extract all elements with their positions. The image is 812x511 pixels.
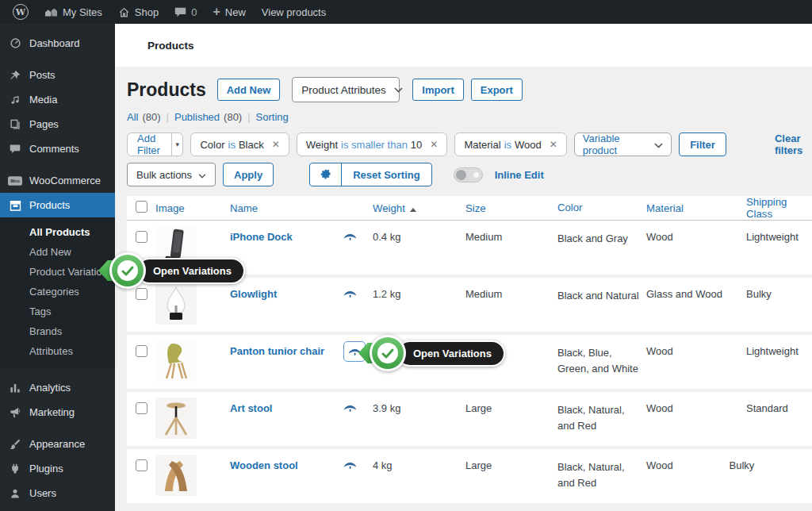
site-name-menu[interactable]: Shop xyxy=(110,0,167,24)
cell-shipping-class: Lightweight xyxy=(746,345,812,357)
chevron-down-icon xyxy=(654,139,663,151)
row-checkbox[interactable] xyxy=(136,459,147,471)
inline-edit-toggle[interactable] xyxy=(454,167,483,182)
open-variations-icon[interactable] xyxy=(343,232,357,241)
sidebar-item-media[interactable]: Media xyxy=(0,87,115,112)
bulk-actions-dropdown[interactable]: Bulk actions xyxy=(127,163,216,186)
remove-filter-icon[interactable]: ✕ xyxy=(430,139,438,150)
comments-menu[interactable]: 0 xyxy=(167,0,205,24)
dashboard-icon xyxy=(8,36,22,51)
my-sites-menu[interactable]: My Sites xyxy=(36,0,110,24)
reset-sorting-button[interactable]: Reset Sorting xyxy=(342,163,431,186)
cell-weight: 3.9 kg xyxy=(373,402,465,414)
product-name-link[interactable]: Panton tunior chair xyxy=(230,345,324,357)
cell-size: Medium xyxy=(465,288,557,300)
open-variations-button-highlighted[interactable] xyxy=(343,341,366,362)
table-row: Glowlight 1.2 kg Medium Black and Natura… xyxy=(127,278,812,335)
filter-button[interactable]: Filter xyxy=(679,133,726,156)
product-image-wooden-stool[interactable] xyxy=(155,455,197,496)
select-all-checkbox[interactable] xyxy=(136,201,147,213)
paintbrush-icon xyxy=(8,437,22,451)
new-menu[interactable]: + New xyxy=(205,0,253,24)
view-products-menu[interactable]: View products xyxy=(254,0,334,24)
column-header-size[interactable]: Size xyxy=(465,202,557,214)
sidebar-item-pages[interactable]: Pages xyxy=(0,112,115,136)
table-row: iPhone Dock 0.4 kg Medium Black and Gray… xyxy=(127,221,812,278)
column-header-name[interactable]: Name xyxy=(230,202,343,214)
product-name-link[interactable]: Glowlight xyxy=(230,288,277,300)
product-name-link[interactable]: Art stool xyxy=(230,402,272,414)
add-filter-caret[interactable]: ▼ xyxy=(171,133,183,156)
add-new-button[interactable]: Add New xyxy=(217,79,281,101)
product-name-link[interactable]: Wooden stool xyxy=(230,459,298,471)
submenu-product-variations[interactable]: Product Variations xyxy=(0,262,115,282)
row-checkbox[interactable] xyxy=(136,402,147,414)
cell-size: Medium xyxy=(465,231,557,243)
cell-weight: 1.2 kg xyxy=(373,288,465,300)
product-image-iphone-dock[interactable] xyxy=(155,226,197,267)
sidebar-item-marketing[interactable]: Marketing xyxy=(0,400,115,425)
sidebar-separator xyxy=(0,368,115,375)
row-checkbox[interactable] xyxy=(136,288,147,300)
view-sorting-link[interactable]: Sorting xyxy=(256,111,289,123)
filter-chip-color[interactable]: Color is Black ✕ xyxy=(190,133,289,156)
inline-edit-label: Inline Edit xyxy=(495,169,544,181)
sidebar-item-appearance[interactable]: Appearance xyxy=(0,432,115,456)
import-button[interactable]: Import xyxy=(412,79,463,101)
wordpress-menu[interactable]: W xyxy=(5,0,36,24)
sidebar-item-products[interactable]: Products xyxy=(0,193,115,217)
submenu-all-products[interactable]: All Products xyxy=(0,222,115,242)
apply-button[interactable]: Apply xyxy=(223,163,274,186)
toggle-knob xyxy=(456,170,466,180)
sidebar-label: Marketing xyxy=(29,406,75,418)
column-header-material[interactable]: Material xyxy=(646,202,746,214)
product-image-panton-chair[interactable] xyxy=(155,340,197,382)
open-variations-icon[interactable] xyxy=(343,403,357,413)
clear-filters-link[interactable]: Clear filters xyxy=(775,133,812,156)
sidebar-item-tools[interactable]: Tools xyxy=(0,505,115,511)
submenu-add-new[interactable]: Add New xyxy=(0,242,115,262)
column-header-shipping-class[interactable]: Shipping Class xyxy=(746,196,812,220)
product-image-art-stool[interactable] xyxy=(155,398,197,439)
plug-icon xyxy=(8,462,22,476)
column-header-weight[interactable]: Weight xyxy=(373,202,465,214)
product-attributes-dropdown[interactable]: Product Attributes xyxy=(292,77,400,102)
view-published-link[interactable]: Published xyxy=(174,111,220,123)
product-type-dropdown[interactable]: Variable product xyxy=(574,133,672,156)
column-header-image[interactable]: Image xyxy=(155,202,230,214)
submenu-categories[interactable]: Categories xyxy=(0,282,115,302)
sidebar-item-dashboard[interactable]: Dashboard xyxy=(0,31,115,56)
sidebar-item-plugins[interactable]: Plugins xyxy=(0,456,115,481)
sidebar-item-woocommerce[interactable]: Woo WooCommerce xyxy=(0,168,115,193)
row-checkbox[interactable] xyxy=(136,345,147,357)
settings-gear-button[interactable] xyxy=(310,163,342,186)
product-image-glowlight[interactable] xyxy=(155,283,197,325)
sidebar-item-users[interactable]: Users xyxy=(0,481,115,505)
submenu-brands[interactable]: Brands xyxy=(0,321,115,341)
export-button[interactable]: Export xyxy=(471,79,523,101)
sidebar-item-analytics[interactable]: Analytics xyxy=(0,375,115,400)
remove-filter-icon[interactable]: ✕ xyxy=(550,139,557,150)
sidebar-item-comments[interactable]: Comments xyxy=(0,136,115,161)
sidebar-separator xyxy=(0,56,115,63)
row-checkbox[interactable] xyxy=(136,231,147,243)
sidebar-label: Users xyxy=(29,487,56,499)
view-all-count: (80) xyxy=(142,111,160,123)
submenu-attributes[interactable]: Attributes xyxy=(0,341,115,361)
filter-chip-weight[interactable]: Weight is smaller than 10 ✕ xyxy=(297,133,448,156)
sidebar-label: Comments xyxy=(29,143,79,155)
add-filter-button[interactable]: Add Filter xyxy=(128,133,171,156)
open-variations-icon[interactable] xyxy=(343,460,357,470)
cell-material: Wood xyxy=(646,231,746,243)
column-header-color[interactable]: Color xyxy=(557,200,646,216)
sidebar-item-posts[interactable]: Posts xyxy=(0,63,115,87)
table-header-row: Image Name Weight Size Color Material Sh… xyxy=(127,196,812,221)
filter-chip-material[interactable]: Material is Wood ✕ xyxy=(454,133,566,156)
sidebar-label: WooCommerce xyxy=(29,175,101,186)
products-submenu: All Products Add New Product Variations … xyxy=(0,217,115,368)
remove-filter-icon[interactable]: ✕ xyxy=(272,139,280,150)
view-all-link[interactable]: All xyxy=(127,111,138,123)
product-name-link[interactable]: iPhone Dock xyxy=(230,231,293,243)
submenu-tags[interactable]: Tags xyxy=(0,302,115,321)
open-variations-icon[interactable] xyxy=(343,289,357,298)
